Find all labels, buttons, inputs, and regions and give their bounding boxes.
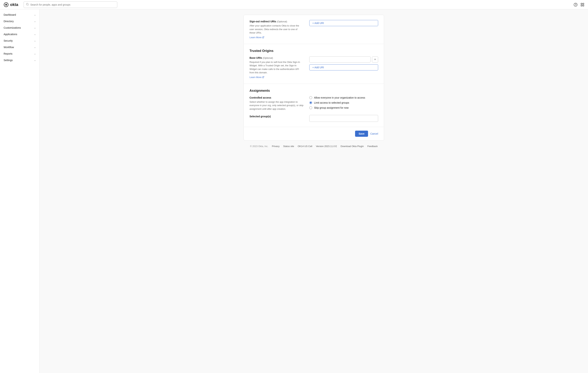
svg-line-8 [7,3,8,4]
sidebar-item-dashboard[interactable]: Dashboard ⌄ [0,11,40,18]
base-uri-input-row: × [309,56,378,63]
footer-feedback-link[interactable]: Feedback [367,145,378,148]
base-uris-input-col: × + Add URI [309,56,378,70]
radio-everyone-label: Allow everyone in your organization to a… [314,96,365,99]
svg-rect-16 [581,5,582,6]
assignments-title: Assignments [250,89,378,93]
sidebar-item-settings[interactable]: Settings ⌄ [0,57,40,64]
form-actions: Save Cancel [244,127,384,140]
sign-out-add-uri-button[interactable]: + Add URI [309,20,378,26]
assignments-section: Assignments Controlled access Select whe… [244,84,384,127]
svg-rect-14 [581,3,582,4]
sign-out-description: After your application contacts Okta to … [250,24,304,35]
help-button[interactable] [574,3,578,7]
sign-out-redirect-section: Sign-out redirect URIs (Optional) After … [244,15,384,44]
chevron-down-icon: ⌄ [34,46,36,48]
svg-line-11 [28,5,29,5]
sidebar-item-reports[interactable]: Reports ⌄ [0,51,40,57]
controlled-access-row: Controlled access Select whether to assi… [250,96,378,111]
access-radio-group: Allow everyone in your organization to a… [309,96,378,109]
footer-cell-link[interactable]: OK14 US Cell [298,145,312,148]
sidebar-item-label: Security [4,39,13,42]
layout: Dashboard ⌄ Directory ⌄ Customizations ⌄… [0,9,588,373]
footer-status-link[interactable]: Status site [283,145,294,148]
header: okta [0,0,588,9]
radio-selected-groups-label: Limit access to selected groups [314,101,349,104]
base-uri-clear-button[interactable]: × [372,56,378,63]
chevron-down-icon: ⌄ [34,59,36,62]
radio-selected-groups-input[interactable] [309,101,312,104]
chevron-down-icon: ⌄ [34,20,36,22]
base-uris-field-label: Base URIs (Optional) [250,56,304,59]
radio-everyone[interactable]: Allow everyone in your organization to a… [309,96,378,99]
radio-group-col: Allow everyone in your organization to a… [309,96,378,109]
sidebar-item-customizations[interactable]: Customizations ⌄ [0,24,40,31]
radio-selected-groups[interactable]: Limit access to selected groups [309,101,378,104]
svg-line-6 [4,3,5,4]
sidebar-item-label: Applications [4,33,17,36]
cancel-button[interactable]: Cancel [370,132,378,135]
save-button[interactable]: Save [355,131,368,137]
sign-out-field-row: Sign-out redirect URIs (Optional) After … [250,20,378,39]
controlled-access-label-col: Controlled access Select whether to assi… [250,96,304,111]
sidebar-item-directory[interactable]: Directory ⌄ [0,18,40,24]
sidebar-item-label: Customizations [4,26,21,29]
sidebar-item-label: Dashboard [4,13,16,16]
sidebar-item-security[interactable]: Security ⌄ [0,37,40,44]
svg-line-7 [7,5,8,6]
footer-version-link[interactable]: Version 2023.11.0 E [316,145,337,148]
base-uris-description: Required if you plan to self-host the Ok… [250,60,304,75]
selected-groups-label: Selected group(s) [250,115,304,118]
base-uris-label-col: Base URIs (Optional) Required if you pla… [250,56,304,79]
sign-out-optional: (Optional) [277,20,287,23]
svg-line-19 [263,76,264,77]
okta-logo[interactable]: okta [4,2,18,7]
sign-out-input-col: + Add URI [309,20,378,26]
sidebar-item-label: Workflow [4,46,14,49]
chevron-down-icon: ⌄ [34,26,36,29]
controlled-access-description: Select whether to assign the app integra… [250,100,304,111]
svg-line-9 [4,5,5,6]
selected-groups-input[interactable] [309,115,378,122]
footer-plugin-link[interactable]: Download Okta Plugin [340,145,364,148]
header-actions [574,3,584,7]
radio-skip[interactable]: Skip group assignment for now [309,106,378,109]
sign-out-label-col: Sign-out redirect URIs (Optional) After … [250,20,304,39]
svg-line-18 [263,37,264,38]
chevron-down-icon: ⌄ [34,33,36,35]
search-input[interactable] [30,3,115,6]
external-link-icon [262,76,264,78]
trusted-origins-learn-more-link[interactable]: Learn More [250,76,264,79]
footer-copyright: © 2023 Okta, Inc. [250,145,268,148]
radio-skip-input[interactable] [309,106,312,109]
base-uris-optional: (Optional) [263,57,273,59]
selected-groups-label-col: Selected group(s) [250,115,304,118]
selected-groups-row: Selected group(s) [250,115,378,122]
base-uris-field-row: Base URIs (Optional) Required if you pla… [250,56,378,79]
search-icon [26,3,29,6]
footer-privacy-link[interactable]: Privacy [272,145,280,148]
sidebar-item-label: Reports [4,52,12,55]
radio-everyone-input[interactable] [309,96,312,99]
footer: © 2023 Okta, Inc. Privacy Status site OK… [47,140,581,150]
sidebar-item-applications[interactable]: Applications ⌄ [0,31,40,37]
base-uri-input[interactable] [309,56,371,63]
sign-out-learn-more-link[interactable]: Learn More [250,36,264,39]
sidebar-item-workflow[interactable]: Workflow ⌄ [0,44,40,51]
sidebar-item-label: Settings [4,59,13,62]
selected-groups-input-col [309,115,378,122]
grid-menu-button[interactable] [580,3,584,7]
radio-skip-label: Skip group assignment for now [314,106,349,109]
svg-point-10 [26,3,28,5]
trusted-origins-add-uri-button[interactable]: + Add URI [309,64,378,70]
search-bar [24,1,117,8]
logo-text: okta [10,2,18,7]
svg-rect-15 [583,3,584,4]
form-card: Sign-out redirect URIs (Optional) After … [243,15,384,140]
okta-logo-icon [4,2,9,7]
chevron-down-icon: ⌄ [34,40,36,42]
external-link-icon [262,36,264,38]
chevron-down-icon: ⌄ [34,53,36,55]
chevron-down-icon: ⌄ [34,13,36,16]
svg-point-1 [5,4,7,5]
